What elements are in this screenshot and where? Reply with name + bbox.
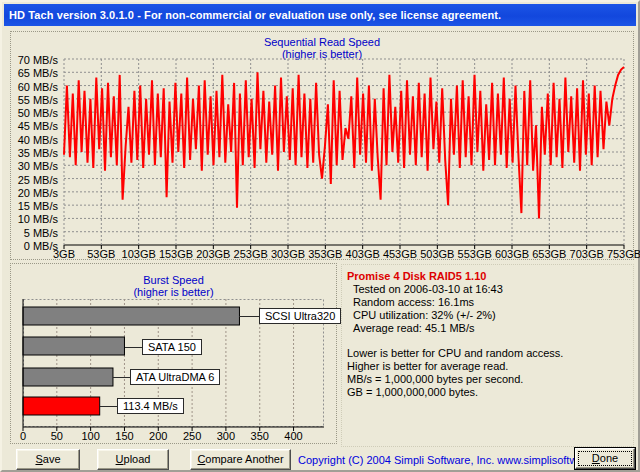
window-title: HD Tach version 3.0.1.0 - For non-commer… <box>9 9 501 21</box>
y-axis-tick-label: 5 MB/s <box>8 227 58 239</box>
done-button-frame: Done <box>574 447 636 470</box>
info-cpu-utilization: CPU utilization: 32% (+/- 2%) <box>347 309 633 322</box>
burst-x-tick-label: 400 <box>272 430 316 442</box>
sequential-read-chart <box>64 59 624 245</box>
info-average-read: Average read: 45.1 MB/s <box>347 322 633 335</box>
y-axis-tick-label: 15 MB/s <box>8 200 58 212</box>
y-axis-tick-label: 60 MB/s <box>8 81 58 93</box>
burst-chart-title: Burst Speed <box>11 274 336 286</box>
x-axis-tick-label: 753GB <box>602 248 640 260</box>
note-lower-better: Lower is better for CPU and random acces… <box>347 347 633 360</box>
callout-line-sata <box>125 347 143 348</box>
burst-chart-subtitle: (higher is better) <box>11 286 336 298</box>
compare-another-drive-button[interactable]: Compare Another Drive <box>190 449 291 470</box>
info-spacer <box>347 335 633 347</box>
info-tested-on: Tested on 2006-03-10 at 16:43 <box>347 283 633 296</box>
note-higher-better: Higher is better for average read. <box>347 360 633 373</box>
y-axis-tick-label: 65 MB/s <box>8 67 58 79</box>
drive-info-panel: Promise 4 Disk RAID5 1.10 Tested on 2006… <box>341 264 634 447</box>
upload-results-button[interactable]: Upload Results <box>97 449 169 470</box>
copyright-text: Copyright (C) 2004 Simpli Software, Inc.… <box>298 454 570 466</box>
bar-label-scsi-ultra320: SCSI Ultra320 <box>259 308 341 324</box>
y-axis-tick-label: 50 MB/s <box>8 107 58 119</box>
sequential-chart-title: Sequential Read Speed <box>11 36 633 48</box>
y-axis-tick-label: 20 MB/s <box>8 187 58 199</box>
y-axis-tick-label: 45 MB/s <box>8 120 58 132</box>
bar-label-tested-burst-value: 113.4 MB/s <box>117 398 184 414</box>
note-mbs-definition: MB/s = 1,000,000 bytes per second. <box>347 373 633 386</box>
note-gb-definition: GB = 1,000,000,000 bytes. <box>347 386 633 399</box>
bar-label-sata-150: SATA 150 <box>142 339 202 355</box>
callout-line-scsi <box>239 316 260 317</box>
info-random-access: Random access: 16.1ms <box>347 296 633 309</box>
y-axis-tick-label: 40 MB/s <box>8 134 58 146</box>
save-results-button[interactable]: Save Results <box>16 449 80 470</box>
y-axis-tick-label: 55 MB/s <box>8 94 58 106</box>
callout-line-tested-drive <box>100 406 118 407</box>
bar-label-ata-ultradma6: ATA UltraDMA 6 <box>130 369 220 385</box>
y-axis-tick-label: 10 MB/s <box>8 213 58 225</box>
y-axis-tick-label: 25 MB/s <box>8 174 58 186</box>
y-axis-tick-label: 30 MB/s <box>8 160 58 172</box>
title-bar[interactable]: HD Tach version 3.0.1.0 - For non-commer… <box>4 4 636 26</box>
y-axis-tick-label: 70 MB/s <box>8 54 58 66</box>
hdtach-window: HD Tach version 3.0.1.0 - For non-commer… <box>0 0 640 472</box>
done-button[interactable]: Done <box>575 448 635 469</box>
drive-name: Promise 4 Disk RAID5 1.10 <box>347 269 633 283</box>
y-axis-tick-label: 35 MB/s <box>8 147 58 159</box>
callout-line-ata <box>113 377 131 378</box>
